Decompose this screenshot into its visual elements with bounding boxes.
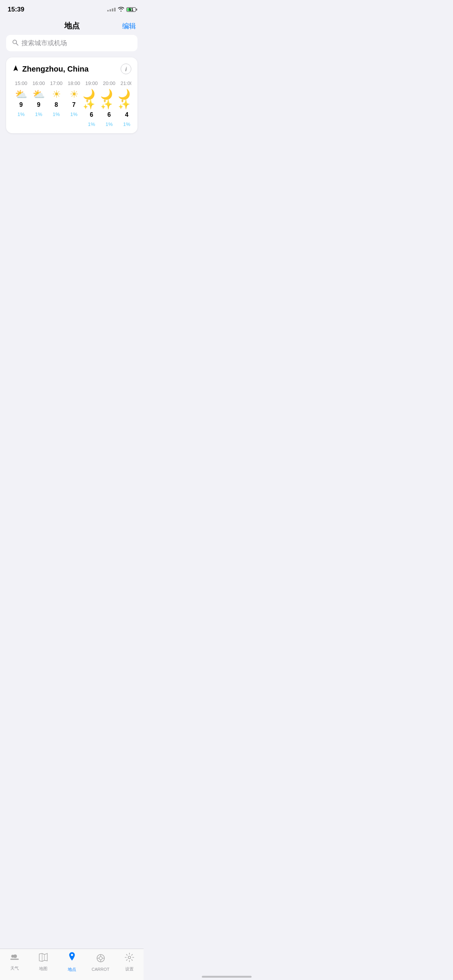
weather-icon-7: 🌙✨ [118,89,131,109]
status-bar: 15:39 51 [0,0,144,17]
card-container: Zhengzhou, China i 15:00 ⛅ 9 1% 16:00 ⛅ … [0,57,144,133]
battery-icon: 51 [126,7,136,12]
location-arrow-icon [12,65,19,74]
weather-icon-2: ⛅ [33,89,45,99]
location-name: Zhengzhou, China [22,65,88,74]
hour-item-1: 15:00 ⛅ 9 1% [12,80,30,127]
svg-point-0 [13,40,17,44]
hour-item-4: 18:00 ☀ 7 1% [65,80,83,127]
status-time: 15:39 [8,6,24,13]
hour-item-3: 17:00 ☀ 8 1% [47,80,65,127]
info-button[interactable]: i [121,64,131,74]
weather-icon-1: ⛅ [15,89,27,99]
hour-item-7: 21:00 🌙✨ 4 1% [118,80,131,127]
weather-icon-4: ☀ [70,89,78,99]
weather-icon-5: 🌙✨ [83,89,100,109]
hour-item-2: 16:00 ⛅ 9 1% [30,80,47,127]
status-icons: 51 [107,7,136,13]
location-card: Zhengzhou, China i 15:00 ⛅ 9 1% 16:00 ⛅ … [6,57,137,133]
page-title: 地点 [64,21,80,31]
edit-button[interactable]: 编辑 [122,21,136,31]
svg-line-1 [16,43,18,45]
weather-icon-3: ☀ [52,89,61,99]
search-bar[interactable]: 搜索城市或机场 [6,35,137,51]
weather-icon-6: 🌙✨ [100,89,118,109]
hour-item-6: 20:00 🌙✨ 6 1% [100,80,118,127]
search-container: 搜索城市或机场 [0,35,144,57]
signal-icon [107,8,116,11]
location-name-wrap: Zhengzhou, China [12,65,88,74]
search-icon [12,39,18,47]
location-header: Zhengzhou, China i [12,64,131,74]
page-header: 地点 编辑 [0,17,144,35]
wifi-icon [118,7,124,13]
hour-item-5: 19:00 🌙✨ 6 1% [83,80,100,127]
hourly-forecast: 15:00 ⛅ 9 1% 16:00 ⛅ 9 1% 17:00 ☀ 8 1% 1… [12,80,131,127]
search-placeholder-text: 搜索城市或机场 [21,39,67,47]
